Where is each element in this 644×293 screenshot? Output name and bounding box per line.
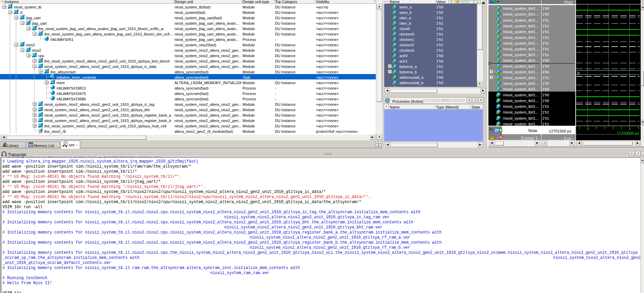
svg-text:V: V xyxy=(492,128,494,132)
